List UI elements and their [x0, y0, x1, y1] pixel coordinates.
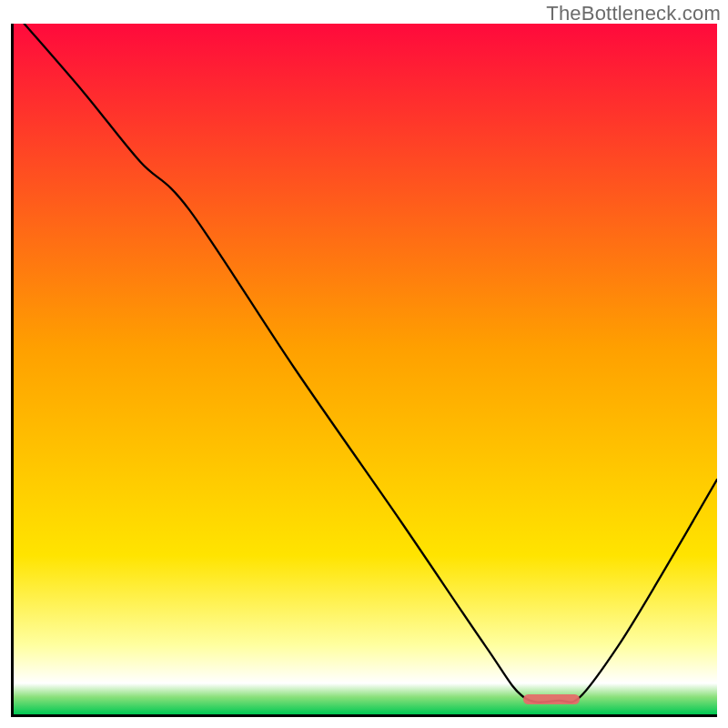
- optimal-range-marker: [523, 694, 580, 704]
- plot-area: [11, 24, 717, 717]
- chart-container: TheBottleneck.com: [0, 0, 728, 728]
- bottleneck-curve: [14, 24, 717, 714]
- watermark-text: TheBottleneck.com: [546, 2, 721, 25]
